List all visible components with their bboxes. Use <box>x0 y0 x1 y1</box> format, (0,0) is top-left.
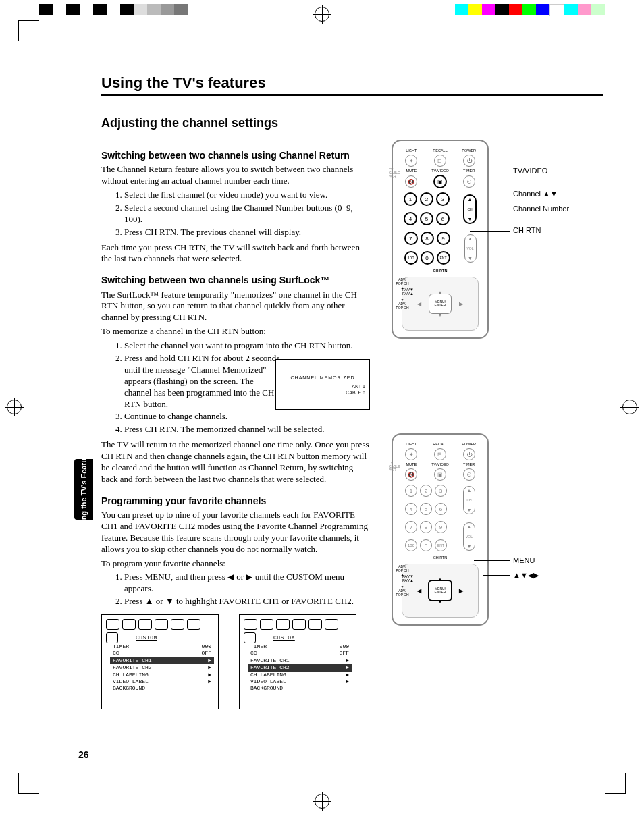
osd-line: CABLE 6 <box>280 389 365 396</box>
step: Press CH RTN. The previous channel will … <box>124 227 371 238</box>
step: Press and hold CH RTN for about 2 second… <box>124 353 283 410</box>
step: Select the channel you want to program i… <box>124 340 371 352</box>
crop-mark <box>18 20 39 41</box>
step: Select the first channel (or video mode)… <box>124 190 371 201</box>
step: Press CH RTN. The memorized channel will… <box>124 424 371 435</box>
registration-mark <box>622 400 637 414</box>
callout: ▲▼◀▶ <box>513 571 539 580</box>
paragraph: Each time you press CH RTN, the TV will … <box>101 242 371 265</box>
callout: TV/VIDEO <box>513 167 547 175</box>
manual-page: Using the TV's Features Using the TV's f… <box>0 0 644 814</box>
paragraph: The Channel Return feature allows you to… <box>101 164 371 187</box>
step: Press ▲ or ▼ to highlight FAVORITE CH1 o… <box>124 596 371 607</box>
step: Select a second channel using the Channe… <box>124 202 371 225</box>
registration-mark <box>7 400 22 414</box>
osd-line: ANT 1 <box>280 383 365 389</box>
title-rule <box>101 94 603 96</box>
callout: MENU <box>513 556 535 564</box>
subheading: Switching between two channels using Sur… <box>101 274 371 286</box>
paragraph: You can preset up to nine of your favori… <box>101 510 371 555</box>
osd-channel-memorized: CHANNEL MEMORIZED ANT 1 CABLE 6 <box>275 359 370 410</box>
crop-mark <box>605 773 626 794</box>
callout: Channel ▲▼ <box>513 190 558 198</box>
osd-line: CHANNEL MEMORIZED <box>280 375 365 381</box>
callout: CH RTN <box>513 226 541 234</box>
osd-menu-row: CUSTOM TIMER000CCOFF▹FAVORITE CH1▶FAVORI… <box>101 614 371 709</box>
paragraph: To memorize a channel in the CH RTN butt… <box>101 326 371 337</box>
text-column: Switching between two channels using Cha… <box>101 140 371 709</box>
callout: Channel Number <box>513 205 569 213</box>
illustration-column: TVCABLEVCR LIGHTRECALLPOWER ✦⊟⏻ MUTETV/V… <box>392 140 587 709</box>
subheading: Programming your favorite channels <box>101 495 371 507</box>
registration-mark <box>315 7 329 22</box>
registration-mark <box>315 794 329 809</box>
crop-mark <box>18 773 39 794</box>
osd-custom-menu-1: CUSTOM TIMER000CCOFF▹FAVORITE CH1▶FAVORI… <box>101 614 219 709</box>
step-list: Select the first channel (or video mode)… <box>101 190 371 238</box>
step: Continue to change channels. <box>124 411 371 423</box>
remote-diagram-1: TVCABLEVCR LIGHTRECALLPOWER ✦⊟⏻ MUTETV/V… <box>392 140 587 339</box>
section-tab: Using the TV's Features <box>74 459 93 520</box>
paragraph: The TV will return to the memorized chan… <box>101 439 371 485</box>
remote-diagram-2: TVCABLEVCR LIGHTRECALLPOWER ✦⊟⏻ MUTETV/V… <box>392 433 587 626</box>
paragraph: The SurfLock™ feature temporarily "memor… <box>101 290 371 324</box>
subheading: Switching between two channels using Cha… <box>101 149 371 161</box>
page-title: Using the TV's features <box>101 74 603 92</box>
step-list: Press MENU, and then press ◀ or ▶ until … <box>101 572 371 607</box>
page-number: 26 <box>78 749 89 760</box>
section-heading: Adjusting the channel settings <box>101 116 603 130</box>
osd-custom-menu-2: CUSTOM TIMER000CCOFFFAVORITE CH1▶▹FAVORI… <box>239 614 356 709</box>
step: Press MENU, and then press ◀ or ▶ until … <box>124 572 371 595</box>
paragraph: To program your favorite channels: <box>101 558 371 570</box>
